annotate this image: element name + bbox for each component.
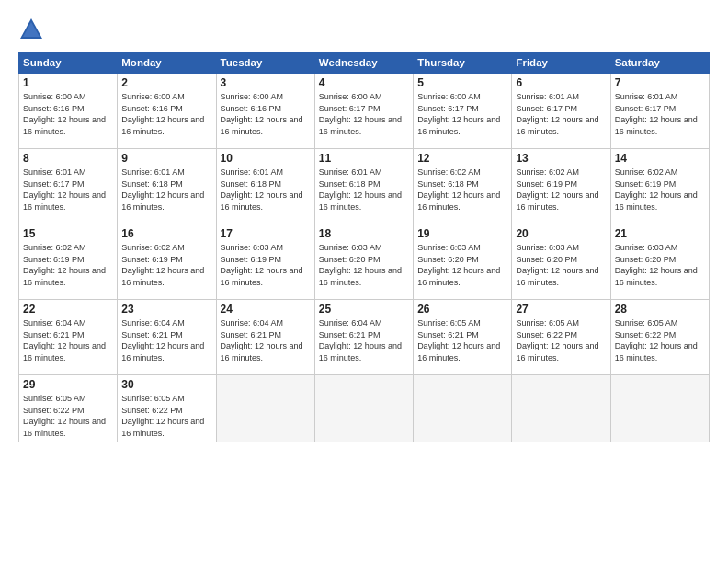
day-number: 6 — [516, 76, 606, 89]
week-row-2: 8Sunrise: 6:01 AMSunset: 6:17 PMDaylight… — [19, 149, 710, 224]
day-cell: 8Sunrise: 6:01 AMSunset: 6:17 PMDaylight… — [19, 149, 118, 224]
day-number: 10 — [221, 152, 311, 165]
day-number: 7 — [615, 76, 705, 89]
day-info: Sunrise: 6:03 AMSunset: 6:20 PMDaylight:… — [516, 242, 606, 288]
week-row-5: 29Sunrise: 6:05 AMSunset: 6:22 PMDayligh… — [19, 375, 710, 442]
day-number: 8 — [23, 152, 113, 165]
day-info: Sunrise: 6:04 AMSunset: 6:21 PMDaylight:… — [221, 317, 311, 363]
day-info: Sunrise: 6:01 AMSunset: 6:18 PMDaylight:… — [221, 167, 311, 213]
day-number: 18 — [319, 227, 409, 240]
header — [18, 17, 710, 42]
day-cell: 27Sunrise: 6:05 AMSunset: 6:22 PMDayligh… — [512, 300, 610, 375]
day-info: Sunrise: 6:01 AMSunset: 6:18 PMDaylight:… — [319, 167, 409, 213]
day-cell: 17Sunrise: 6:03 AMSunset: 6:19 PMDayligh… — [216, 224, 314, 300]
day-info: Sunrise: 6:01 AMSunset: 6:17 PMDaylight:… — [516, 91, 606, 137]
day-info: Sunrise: 6:02 AMSunset: 6:18 PMDaylight:… — [417, 167, 507, 213]
day-cell: 22Sunrise: 6:04 AMSunset: 6:21 PMDayligh… — [19, 300, 118, 375]
day-info: Sunrise: 6:00 AMSunset: 6:16 PMDaylight:… — [23, 91, 113, 137]
logo-icon — [18, 17, 44, 42]
header-sunday: Sunday — [19, 52, 118, 74]
day-cell: 13Sunrise: 6:02 AMSunset: 6:19 PMDayligh… — [512, 149, 610, 224]
day-info: Sunrise: 6:03 AMSunset: 6:20 PMDaylight:… — [319, 242, 409, 288]
day-cell: 10Sunrise: 6:01 AMSunset: 6:18 PMDayligh… — [216, 149, 314, 224]
header-thursday: Thursday — [414, 52, 512, 74]
day-cell: 18Sunrise: 6:03 AMSunset: 6:20 PMDayligh… — [314, 224, 413, 300]
day-number: 24 — [221, 303, 311, 316]
day-cell — [314, 375, 413, 442]
day-info: Sunrise: 6:04 AMSunset: 6:21 PMDaylight:… — [23, 317, 113, 363]
day-number: 9 — [121, 152, 211, 165]
day-cell: 28Sunrise: 6:05 AMSunset: 6:22 PMDayligh… — [610, 300, 709, 375]
day-info: Sunrise: 6:02 AMSunset: 6:19 PMDaylight:… — [615, 167, 705, 213]
day-number: 12 — [417, 152, 507, 165]
day-info: Sunrise: 6:00 AMSunset: 6:16 PMDaylight:… — [121, 91, 211, 137]
day-info: Sunrise: 6:02 AMSunset: 6:19 PMDaylight:… — [23, 242, 113, 288]
day-cell: 7Sunrise: 6:01 AMSunset: 6:17 PMDaylight… — [610, 74, 709, 149]
day-cell: 16Sunrise: 6:02 AMSunset: 6:19 PMDayligh… — [118, 224, 216, 300]
day-cell: 20Sunrise: 6:03 AMSunset: 6:20 PMDayligh… — [512, 224, 610, 300]
day-number: 28 — [615, 303, 705, 316]
day-cell: 12Sunrise: 6:02 AMSunset: 6:18 PMDayligh… — [414, 149, 512, 224]
day-number: 3 — [221, 76, 311, 89]
day-cell: 11Sunrise: 6:01 AMSunset: 6:18 PMDayligh… — [314, 149, 413, 224]
calendar-table: SundayMondayTuesdayWednesdayThursdayFrid… — [18, 52, 710, 442]
day-cell: 19Sunrise: 6:03 AMSunset: 6:20 PMDayligh… — [414, 224, 512, 300]
day-number: 17 — [221, 227, 311, 240]
logo — [18, 17, 48, 42]
day-cell: 4Sunrise: 6:00 AMSunset: 6:17 PMDaylight… — [314, 74, 413, 149]
day-cell: 15Sunrise: 6:02 AMSunset: 6:19 PMDayligh… — [19, 224, 118, 300]
day-cell — [512, 375, 610, 442]
day-cell: 24Sunrise: 6:04 AMSunset: 6:21 PMDayligh… — [216, 300, 314, 375]
day-info: Sunrise: 6:01 AMSunset: 6:18 PMDaylight:… — [121, 167, 211, 213]
day-number: 22 — [23, 303, 113, 316]
header-tuesday: Tuesday — [216, 52, 314, 74]
header-friday: Friday — [512, 52, 610, 74]
day-number: 5 — [417, 76, 507, 89]
day-info: Sunrise: 6:00 AMSunset: 6:17 PMDaylight:… — [417, 91, 507, 137]
day-cell: 3Sunrise: 6:00 AMSunset: 6:16 PMDaylight… — [216, 74, 314, 149]
day-info: Sunrise: 6:03 AMSunset: 6:20 PMDaylight:… — [417, 242, 507, 288]
day-number: 19 — [417, 227, 507, 240]
day-info: Sunrise: 6:00 AMSunset: 6:16 PMDaylight:… — [221, 91, 311, 137]
day-number: 15 — [23, 227, 113, 240]
day-cell: 26Sunrise: 6:05 AMSunset: 6:21 PMDayligh… — [414, 300, 512, 375]
day-number: 30 — [121, 378, 211, 391]
day-number: 27 — [516, 303, 606, 316]
day-cell: 29Sunrise: 6:05 AMSunset: 6:22 PMDayligh… — [19, 375, 118, 442]
day-info: Sunrise: 6:01 AMSunset: 6:17 PMDaylight:… — [23, 167, 113, 213]
header-wednesday: Wednesday — [314, 52, 413, 74]
day-cell: 23Sunrise: 6:04 AMSunset: 6:21 PMDayligh… — [118, 300, 216, 375]
day-number: 13 — [516, 152, 606, 165]
calendar-body: 1Sunrise: 6:00 AMSunset: 6:16 PMDaylight… — [19, 74, 710, 442]
day-info: Sunrise: 6:01 AMSunset: 6:17 PMDaylight:… — [615, 91, 705, 137]
day-number: 29 — [23, 378, 113, 391]
day-cell: 30Sunrise: 6:05 AMSunset: 6:22 PMDayligh… — [118, 375, 216, 442]
day-number: 25 — [319, 303, 409, 316]
day-number: 21 — [615, 227, 705, 240]
header-row: SundayMondayTuesdayWednesdayThursdayFrid… — [19, 52, 710, 74]
day-cell — [414, 375, 512, 442]
week-row-3: 15Sunrise: 6:02 AMSunset: 6:19 PMDayligh… — [19, 224, 710, 300]
week-row-1: 1Sunrise: 6:00 AMSunset: 6:16 PMDaylight… — [19, 74, 710, 149]
day-info: Sunrise: 6:03 AMSunset: 6:19 PMDaylight:… — [221, 242, 311, 288]
day-cell: 21Sunrise: 6:03 AMSunset: 6:20 PMDayligh… — [610, 224, 709, 300]
day-info: Sunrise: 6:00 AMSunset: 6:17 PMDaylight:… — [319, 91, 409, 137]
day-cell — [216, 375, 314, 442]
day-info: Sunrise: 6:04 AMSunset: 6:21 PMDaylight:… — [319, 317, 409, 363]
day-info: Sunrise: 6:05 AMSunset: 6:22 PMDaylight:… — [615, 317, 705, 363]
day-info: Sunrise: 6:04 AMSunset: 6:21 PMDaylight:… — [121, 317, 211, 363]
week-row-4: 22Sunrise: 6:04 AMSunset: 6:21 PMDayligh… — [19, 300, 710, 375]
day-info: Sunrise: 6:03 AMSunset: 6:20 PMDaylight:… — [615, 242, 705, 288]
day-cell: 6Sunrise: 6:01 AMSunset: 6:17 PMDaylight… — [512, 74, 610, 149]
day-number: 1 — [23, 76, 113, 89]
day-number: 23 — [121, 303, 211, 316]
day-number: 4 — [319, 76, 409, 89]
day-number: 16 — [121, 227, 211, 240]
day-number: 11 — [319, 152, 409, 165]
header-saturday: Saturday — [610, 52, 709, 74]
day-cell: 5Sunrise: 6:00 AMSunset: 6:17 PMDaylight… — [414, 74, 512, 149]
day-number: 26 — [417, 303, 507, 316]
header-monday: Monday — [118, 52, 216, 74]
day-number: 2 — [121, 76, 211, 89]
day-info: Sunrise: 6:02 AMSunset: 6:19 PMDaylight:… — [516, 167, 606, 213]
